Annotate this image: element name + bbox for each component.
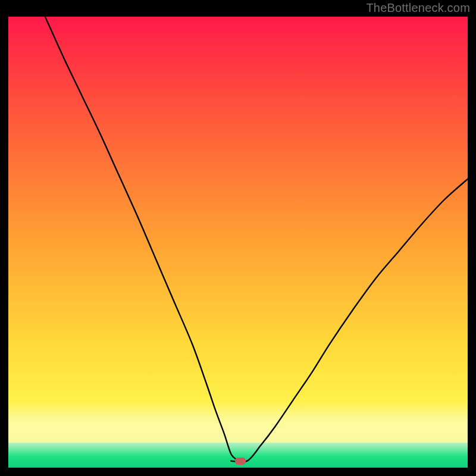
bottleneck-curve bbox=[8, 17, 468, 468]
curve-path bbox=[45, 17, 468, 462]
plot-area bbox=[8, 17, 468, 468]
bottleneck-marker bbox=[235, 458, 246, 465]
watermark-text: TheBottleneck.com bbox=[366, 1, 470, 15]
chart-frame: TheBottleneck.com bbox=[0, 0, 476, 476]
